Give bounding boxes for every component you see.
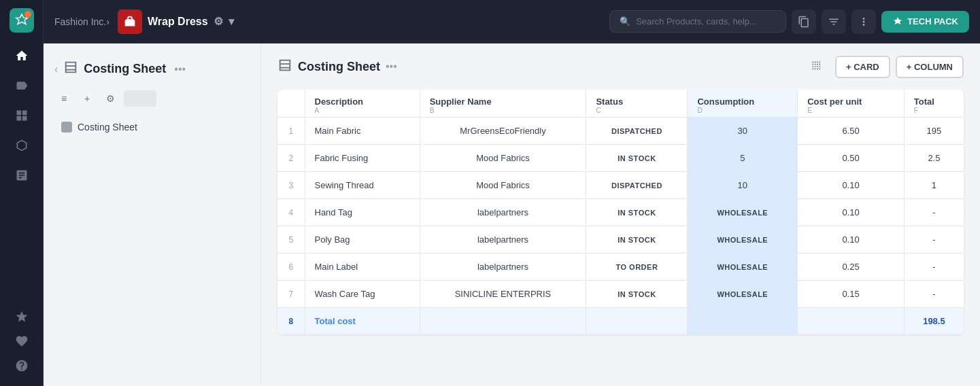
sidebar-heart-icon[interactable] [10,329,34,353]
cell-supplier[interactable]: labelpartners [420,253,586,281]
table-row[interactable]: 1 Main Fabric MrGreensEcoFriendly DISPAT… [277,118,964,145]
table-row[interactable]: 4 Hand Tag labelpartners IN STOCK WHOLES… [277,199,964,226]
columns-toggle-button[interactable] [805,54,830,79]
sidebar-chart-icon[interactable] [10,163,34,188]
costing-sheet-item[interactable]: Costing Sheet [54,116,250,138]
sidebar-tag-icon[interactable] [10,73,34,98]
total-row-num: 8 [277,308,305,335]
panel-header: ‹ Costing Sheet ••• [54,54,250,84]
cell-cost[interactable]: 0.50 [798,145,905,172]
dropdown-icon[interactable]: ▾ [229,15,234,28]
tech-pack-button[interactable]: TECH PACK [881,11,969,33]
table-menu-button[interactable]: ••• [386,60,397,73]
cell-supplier[interactable]: SINICLINE ENTERPRIS [420,281,586,308]
row-number: 3 [277,172,305,199]
table-title: Costing Sheet [298,60,380,74]
cell-total[interactable]: 195 [904,118,964,145]
app-logo[interactable] [10,8,34,33]
cell-total[interactable]: - [904,253,964,281]
sidebar-help-icon[interactable] [10,353,34,378]
cell-supplier[interactable]: labelpartners [420,199,586,226]
cell-description[interactable]: Sewing Thread [305,172,420,199]
collapse-button[interactable]: ‹ [54,63,58,75]
cell-supplier[interactable]: Mood Fabrics [420,145,586,172]
cell-status[interactable]: TO ORDER [586,253,688,281]
costing-sheet-label: Costing Sheet [78,122,137,133]
product-icon [118,10,142,34]
total-cell-e [798,308,905,335]
row-number: 7 [277,281,305,308]
table-row[interactable]: 5 Poly Bag labelpartners IN STOCK WHOLES… [277,226,964,253]
table-row[interactable]: 3 Sewing Thread Mood Fabrics DISPATCHED … [277,172,964,199]
total-row-label: Total cost [305,308,420,335]
panel-menu-button[interactable]: ••• [174,63,186,75]
cell-description[interactable]: Fabric Fusing [305,145,420,172]
cell-status[interactable]: DISPATCHED [586,118,688,145]
cell-consumption[interactable]: WHOLESALE [688,199,798,226]
cell-total[interactable]: - [904,281,964,308]
settings-button[interactable]: ⚙ [101,89,120,108]
cell-consumption[interactable]: WHOLESALE [688,226,798,253]
table-row[interactable]: 7 Wash Care Tag SINICLINE ENTERPRIS IN S… [277,281,964,308]
filter-button[interactable] [822,10,846,34]
add-column-button[interactable]: + COLUMN [896,56,964,78]
cell-consumption[interactable]: 5 [688,145,798,172]
table-row[interactable]: 2 Fabric Fusing Mood Fabrics IN STOCK 5 … [277,145,964,172]
cell-consumption[interactable]: 30 [688,118,798,145]
cell-cost[interactable]: 0.10 [798,199,905,226]
cell-total[interactable]: 1 [904,172,964,199]
row-number: 5 [277,226,305,253]
cell-description[interactable]: Main Fabric [305,118,420,145]
search-box[interactable]: 🔍 Search Products, cards, help... [609,10,786,33]
sidebar-home-icon[interactable] [10,43,34,68]
table-header-row: Description A Supplier Name B [277,90,964,118]
cell-cost[interactable]: 0.25 [798,253,905,281]
table-icon-main [277,58,292,76]
cell-status[interactable]: IN STOCK [586,199,688,226]
total-value: 198.5 [904,308,964,335]
cell-supplier[interactable]: labelpartners [420,226,586,253]
cell-total[interactable]: - [904,199,964,226]
cell-total[interactable]: 2.5 [904,145,964,172]
main-area: Fashion Inc.› Wrap Dress ⚙ ▾ 🔍 Search Pr… [44,0,980,386]
cell-total[interactable]: - [904,226,964,253]
cell-status[interactable]: IN STOCK [586,145,688,172]
row-number: 1 [277,118,305,145]
col-cost: Cost per unit E [798,90,905,118]
reorder-button[interactable]: ≡ [54,89,73,108]
content-area: ‹ Costing Sheet ••• ≡ + ⚙ Costing Sheet [44,43,980,386]
cell-cost[interactable]: 6.50 [798,118,905,145]
sidebar-star-icon[interactable] [10,304,34,329]
cell-consumption[interactable]: 10 [688,172,798,199]
cell-cost[interactable]: 0.10 [798,172,905,199]
panel-actions: ≡ + ⚙ [54,89,250,108]
more-options-button[interactable] [851,10,876,34]
cell-description[interactable]: Main Label [305,253,420,281]
cell-supplier[interactable]: Mood Fabrics [420,172,586,199]
col-total: Total F [904,90,964,118]
cell-status[interactable]: IN STOCK [586,281,688,308]
cell-consumption[interactable]: WHOLESALE [688,281,798,308]
cell-cost[interactable]: 0.10 [798,226,905,253]
cell-description[interactable]: Hand Tag [305,199,420,226]
cell-description[interactable]: Wash Care Tag [305,281,420,308]
add-card-button[interactable]: + CARD [835,56,890,78]
table-header: Costing Sheet ••• + CARD + COLUMN [261,43,980,90]
cell-status[interactable]: IN STOCK [586,226,688,253]
col-num [277,90,305,118]
cell-status[interactable]: DISPATCHED [586,172,688,199]
search-placeholder: Search Products, cards, help... [636,16,757,27]
copy-button[interactable] [792,10,816,34]
sidebar-cube-icon[interactable] [10,133,34,158]
color-swatch [124,90,156,107]
company-name[interactable]: Fashion Inc.› [54,16,109,27]
table-row[interactable]: 6 Main Label labelpartners TO ORDER WHOL… [277,253,964,281]
cell-supplier[interactable]: MrGreensEcoFriendly [420,118,586,145]
product-info: Wrap Dress ⚙ ▾ [118,10,234,34]
cell-cost[interactable]: 0.15 [798,281,905,308]
cell-consumption[interactable]: WHOLESALE [688,253,798,281]
sidebar-grid-icon[interactable] [10,103,34,128]
cell-description[interactable]: Poly Bag [305,226,420,253]
settings-icon[interactable]: ⚙ [214,15,223,28]
add-item-button[interactable]: + [78,89,97,108]
